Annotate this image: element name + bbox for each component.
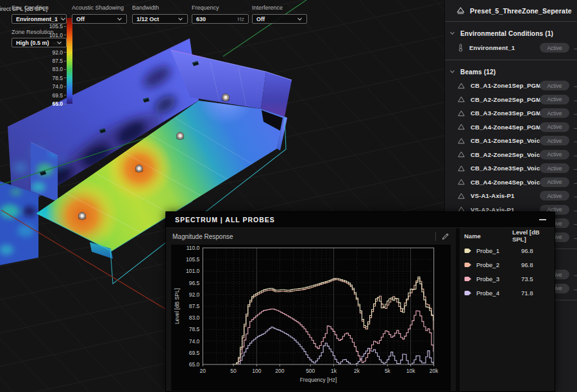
table-row-probe_3[interactable]: Probe_373.5 <box>460 272 555 286</box>
item-label: CB_A1-Zone1Sep_PGM <box>471 82 541 89</box>
chevron-down-icon <box>178 17 183 21</box>
thermometer-icon <box>458 44 464 52</box>
arrow-right-icon[interactable]: → <box>573 234 577 241</box>
preset-header[interactable]: Preset_5_ThreeZone_Seperate <box>445 0 577 22</box>
beam-icon <box>458 83 465 89</box>
arrow-right-icon[interactable]: → <box>573 110 577 117</box>
divider <box>435 232 436 241</box>
arrow-right-icon[interactable]: → <box>573 124 577 131</box>
tick-label: 96.5 <box>189 280 200 286</box>
tick-label: 74.0 <box>189 338 200 345</box>
section-header-beams-12[interactable]: Beams (12) <box>445 60 577 79</box>
probe-marker[interactable] <box>135 165 144 173</box>
list-item-cb-a2-zone2sep-voice[interactable]: CB_A2-Zone2Sep_VoiceActive→ <box>445 148 577 162</box>
list-item-cb-a4-zone4sep-pgm[interactable]: CB_A4-Zone4Sep_PGMActive→ <box>445 120 577 135</box>
arrow-right-icon[interactable]: → <box>573 165 577 172</box>
probe-marker[interactable] <box>78 213 87 220</box>
colorbar-tick-mark <box>64 69 66 70</box>
probe-marker[interactable] <box>222 94 230 102</box>
edit-button[interactable] <box>442 233 449 240</box>
item-label: CB_A3-Zone3Sep_PGM <box>471 110 541 117</box>
arrow-right-icon[interactable]: → <box>573 82 577 89</box>
colorbar-tick-mark <box>64 95 66 95</box>
field-value: Off <box>256 16 294 22</box>
arrow-right-icon[interactable]: → <box>573 271 577 278</box>
chevron-down-icon <box>449 31 455 35</box>
table-row-probe_4[interactable]: Probe_471.8 <box>460 286 555 300</box>
tick-label: 87.5 <box>189 303 200 309</box>
field-value: Environment_1 <box>16 16 58 22</box>
beam-icon <box>458 96 465 102</box>
colorbar-tick-label: 74.0 <box>52 83 63 90</box>
field-value: 630 <box>196 16 235 22</box>
spectrum-panel-title: SPECTRUM | ALL PROBES <box>166 216 535 224</box>
probe-level: 96.8 <box>521 261 533 268</box>
dropdown-interference[interactable]: Off <box>252 14 307 24</box>
table-header-name: Name <box>460 233 512 240</box>
status-badge: Active <box>540 108 569 118</box>
status-badge: Active <box>540 122 569 132</box>
arrow-right-icon[interactable]: → <box>573 206 577 213</box>
section-title: Beams (12) <box>460 69 496 76</box>
list-item-cb-a1-zone1sep-voice[interactable]: CB_A1-Zone1Sep_VoiceActive→ <box>445 134 577 148</box>
tick-label: 101.0 <box>186 268 200 274</box>
probe-tag-icon <box>464 290 472 296</box>
probe-name: Probe_1 <box>476 247 512 254</box>
dropdown-env-condition[interactable]: Environment_1 <box>12 14 67 24</box>
item-label: Environment_1 <box>469 44 515 51</box>
status-badge: Active <box>540 136 569 145</box>
arrow-right-icon[interactable]: → <box>573 220 577 227</box>
item-label: CB_A4-Zone4Sep_PGM <box>471 124 541 131</box>
y-axis-title: Level [dB SPL] <box>174 288 180 324</box>
input-frequency[interactable]: 630Hz <box>192 14 249 24</box>
tick-label: 100 <box>252 368 261 374</box>
list-item-environment-1[interactable]: Environment_1Active→ <box>445 40 577 55</box>
arrow-right-icon[interactable]: → <box>573 192 577 199</box>
field-label-frequency: Frequency <box>192 4 219 11</box>
chevron-down-icon <box>60 17 66 21</box>
probe-marker[interactable] <box>176 133 185 140</box>
probe-level: 96.8 <box>521 247 533 254</box>
table-row-probe_2[interactable]: Probe_296.8 <box>460 257 555 272</box>
dropdown-acoustic-shadowing[interactable]: Off <box>72 14 127 24</box>
app-window: Env. ConditionEnvironment_1Acoustic Shad… <box>0 0 577 392</box>
list-item-cb-a3-zone3sep-pgm[interactable]: CB_A3-Zone3Sep_PGMActive→ <box>445 106 577 120</box>
probe-level: 71.8 <box>521 290 533 297</box>
arrow-right-icon[interactable]: → <box>573 96 577 103</box>
status-badge: Active <box>540 81 569 90</box>
tick-label: 83.0 <box>189 314 200 321</box>
arrow-right-icon[interactable]: → <box>573 285 577 292</box>
list-item-cb-a3-zone3sep-voice[interactable]: CB_A3-Zone3Sep_VoiceActive→ <box>445 161 577 176</box>
arrow-right-icon[interactable]: → <box>573 179 577 186</box>
unit-label: Hz <box>238 16 244 22</box>
colorbar-tick-mark <box>64 26 66 27</box>
tick-label: 200 <box>275 368 284 374</box>
field-label-env-condition: Env. Condition <box>12 4 49 11</box>
chart-section-label: Magnitude Response <box>166 233 435 240</box>
trace-probe_1 <box>233 277 434 364</box>
arrow-right-icon[interactable]: → <box>573 44 577 51</box>
arrow-right-icon[interactable]: → <box>573 151 577 158</box>
tick-label: 2k <box>354 368 360 374</box>
table-header-level: Level [dB SPL] <box>512 229 555 243</box>
tick-label: 50 <box>230 368 237 374</box>
list-item-cb-a2-zone2sep-pgm[interactable]: CB_A2-Zone2Sep_PGMActive→ <box>445 93 577 107</box>
list-item-cb-a1-zone1sep-pgm[interactable]: CB_A1-Zone1Sep_PGMActive→ <box>445 79 577 93</box>
arrow-right-icon[interactable]: → <box>573 137 577 144</box>
colorbar-tick-label: 87.5 <box>52 58 63 64</box>
tick-label: 20k <box>430 368 439 374</box>
minimize-button[interactable] <box>535 214 549 225</box>
list-item-vs-a1-axis-p1[interactable]: VS-A1-Axis-P1Active→ <box>445 189 577 203</box>
list-item-cb-a4-zone4sep-voice[interactable]: CB_A4-Zone4Sep_VoiceActive→ <box>445 176 577 190</box>
dropdown-bandwidth[interactable]: 1/12 Oct <box>132 14 188 24</box>
probe-tag-icon <box>464 276 472 282</box>
colorbar-tick-mark <box>64 86 66 87</box>
section-header-environmental-conditions-1[interactable]: Environmental Conditions (1) <box>445 22 577 40</box>
magnitude-response-chart[interactable]: 110.0105.5101.096.592.087.583.078.574.06… <box>171 245 451 391</box>
chevron-down-icon <box>117 17 122 21</box>
spectrum-panel-titlebar[interactable]: SPECTRUM | ALL PROBES <box>166 212 555 228</box>
dropdown-zone-resolution[interactable]: High (0.5 m) <box>12 38 67 47</box>
colorbar-tick-label: 83.0 <box>52 66 63 72</box>
table-row-probe_1[interactable]: Probe_196.8 <box>460 243 555 257</box>
colorbar-tick-mark <box>64 35 66 35</box>
